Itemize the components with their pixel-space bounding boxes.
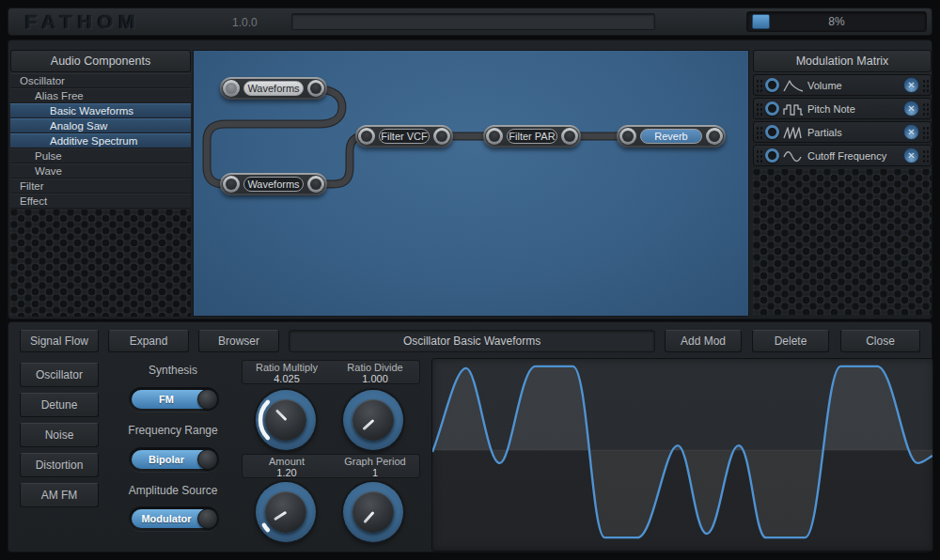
audio-components-panel: Audio Components Oscillator Alias Free B… xyxy=(10,50,191,317)
noise-section-button[interactable]: Noise xyxy=(20,423,99,447)
preset-name-field xyxy=(291,13,655,30)
remove-mod-button[interactable]: ✕ xyxy=(903,124,919,140)
toggle-knob[interactable] xyxy=(197,508,218,529)
input-port[interactable] xyxy=(223,80,240,97)
browser-button[interactable]: Browser xyxy=(198,330,279,352)
synthesis-toggle-value: FM xyxy=(159,394,174,405)
node-waveforms-1[interactable]: Waveforms xyxy=(220,77,327,100)
close-button[interactable]: Close xyxy=(840,330,920,352)
title-bar: FATHOM 1.0.0 8% xyxy=(8,8,932,36)
mod-enable-radio[interactable] xyxy=(765,125,779,139)
tree-item-wave[interactable]: Wave xyxy=(10,163,191,179)
output-port[interactable] xyxy=(561,128,578,145)
knob-labels-row1: Ratio Multiply 4.025 Ratio Divide 1.000 xyxy=(242,360,420,384)
remove-mod-button[interactable]: ✕ xyxy=(903,101,919,117)
signal-flow-graph[interactable]: Waveforms Waveforms Filter VCF xyxy=(193,50,749,317)
ratio-divide-value: 1.000 xyxy=(331,373,419,384)
ratio-multiply-value: 4.025 xyxy=(243,373,331,384)
am-fm-section-button[interactable]: AM FM xyxy=(20,483,99,507)
input-port[interactable] xyxy=(358,128,375,145)
square-wave-icon xyxy=(782,101,805,117)
oscillator-section-button[interactable]: Oscillator xyxy=(20,363,99,387)
output-port[interactable] xyxy=(307,176,324,193)
drag-grip[interactable] xyxy=(756,125,762,139)
toggle-knob[interactable] xyxy=(197,389,218,410)
drag-grip[interactable] xyxy=(756,78,762,92)
drag-grip[interactable] xyxy=(756,101,762,116)
remove-mod-button[interactable]: ✕ xyxy=(903,77,919,93)
node-filter-vcf[interactable]: Filter VCF xyxy=(355,125,453,148)
input-port[interactable] xyxy=(486,128,503,145)
signal-flow-button[interactable]: Signal Flow xyxy=(20,330,99,352)
toggle-knob[interactable] xyxy=(197,449,218,470)
amount-knob[interactable] xyxy=(256,482,316,542)
graph-period-label: Graph Period xyxy=(331,456,419,467)
cpu-usage-slider[interactable]: 8% xyxy=(746,11,927,32)
audio-components-header: Audio Components xyxy=(10,50,191,72)
speaker-grille-left xyxy=(10,210,191,317)
mod-enable-radio[interactable] xyxy=(765,101,779,116)
knob-value-arc xyxy=(256,390,316,450)
drag-grip[interactable] xyxy=(756,148,762,163)
frequency-range-toggle[interactable]: Bipolar xyxy=(129,447,219,472)
fathom-synth-window: FATHOM 1.0.0 8% Audio Components Oscilla… xyxy=(0,0,940,560)
mod-row-partials: Partials ✕ xyxy=(753,121,932,143)
tree-item-alias-free[interactable]: Alias Free xyxy=(10,88,191,103)
tree-item-analog-saw[interactable]: Analog Saw xyxy=(10,118,191,133)
tree-item-additive-spectrum[interactable]: Additive Spectrum xyxy=(10,133,191,148)
drag-grip[interactable] xyxy=(922,148,929,163)
slider-handle[interactable] xyxy=(752,14,770,29)
output-port[interactable] xyxy=(433,128,450,145)
waveform-display[interactable] xyxy=(431,358,933,552)
drag-grip[interactable] xyxy=(922,125,929,139)
graph-period-value: 1 xyxy=(331,467,419,478)
synthesis-toggle[interactable]: FM xyxy=(129,387,219,412)
output-port[interactable] xyxy=(706,128,723,145)
delete-button[interactable]: Delete xyxy=(752,330,829,352)
node-label: Filter PAR xyxy=(507,129,557,144)
distortion-section-button[interactable]: Distortion xyxy=(20,453,99,477)
detune-section-button[interactable]: Detune xyxy=(20,393,99,417)
mod-row-pitch-note: Pitch Note ✕ xyxy=(753,98,932,119)
node-filter-par[interactable]: Filter PAR xyxy=(483,125,581,148)
modulation-matrix-header: Modulation Matrix xyxy=(753,50,932,72)
tree-item-effect[interactable]: Effect xyxy=(10,194,191,209)
modulation-matrix-panel: Modulation Matrix Volume ✕ xyxy=(753,50,932,315)
fathom-logo: FATHOM xyxy=(25,12,141,33)
input-port[interactable] xyxy=(619,128,636,145)
amplitude-source-toggle[interactable]: Modulator xyxy=(129,506,219,531)
mod-enable-radio[interactable] xyxy=(765,78,779,92)
output-port[interactable] xyxy=(307,80,324,97)
drag-grip[interactable] xyxy=(922,78,929,92)
mod-enable-radio[interactable] xyxy=(765,148,779,163)
tree-item-basic-waveforms[interactable]: Basic Waveforms xyxy=(10,103,191,118)
remove-mod-button[interactable]: ✕ xyxy=(903,148,919,163)
node-reverb[interactable]: Reverb xyxy=(617,125,726,148)
tree-item-oscillator[interactable]: Oscillator xyxy=(10,73,191,88)
mod-target-label: Pitch Note xyxy=(807,103,901,115)
ratio-divide-label: Ratio Divide xyxy=(331,362,419,373)
node-waveforms-2[interactable]: Waveforms xyxy=(220,173,327,195)
expand-button[interactable]: Expand xyxy=(108,330,189,352)
node-label: Filter VCF xyxy=(379,129,430,144)
ratio-multiply-knob[interactable] xyxy=(256,390,316,450)
fm-waveform xyxy=(432,359,932,551)
ratio-multiply-label: Ratio Multiply xyxy=(243,362,331,373)
cpu-usage-value: 8% xyxy=(828,15,844,28)
drag-grip[interactable] xyxy=(922,101,929,116)
graph-period-knob[interactable] xyxy=(343,482,403,542)
knob-labels-row2: Amount 1.20 Graph Period 1 xyxy=(242,454,420,478)
tree-item-pulse[interactable]: Pulse xyxy=(10,148,191,163)
mod-row-cutoff-frequency: Cutoff Frequency ✕ xyxy=(753,145,932,166)
amplitude-source-label: Amplitude Source xyxy=(107,484,239,497)
node-label: Reverb xyxy=(640,129,702,144)
ratio-divide-knob[interactable] xyxy=(343,390,403,450)
mod-target-label: Partials xyxy=(807,127,901,138)
add-mod-button[interactable]: Add Mod xyxy=(665,330,742,352)
knob-value-arc xyxy=(343,482,403,542)
frequency-range-label: Frequency Range xyxy=(107,424,239,437)
saw-wave-icon xyxy=(782,125,805,140)
tree-item-filter[interactable]: Filter xyxy=(10,179,191,194)
mod-row-volume: Volume ✕ xyxy=(753,74,932,96)
input-port[interactable] xyxy=(223,176,240,193)
